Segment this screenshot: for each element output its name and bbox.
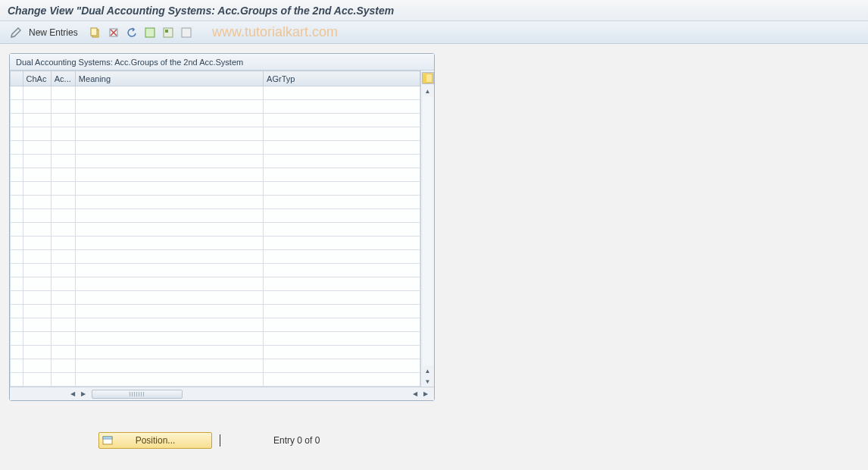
delete-icon[interactable]	[107, 26, 120, 39]
cell-meaning[interactable]	[75, 373, 263, 387]
cell-chac[interactable]	[23, 168, 51, 182]
scroll-left-icon[interactable]: ◀	[67, 389, 78, 400]
cell-chac[interactable]	[23, 141, 51, 155]
cell-ac[interactable]	[51, 209, 75, 223]
cell-chac[interactable]	[23, 223, 51, 237]
row-selector[interactable]	[11, 373, 23, 387]
row-selector[interactable]	[11, 209, 23, 223]
column-header-ac[interactable]: Ac...	[51, 71, 75, 86]
cell-agrtyp[interactable]	[264, 359, 420, 373]
cell-meaning[interactable]	[75, 114, 263, 127]
cell-chac[interactable]	[23, 359, 51, 373]
table-row[interactable]	[11, 359, 420, 373]
cell-agrtyp[interactable]	[264, 196, 420, 209]
cell-chac[interactable]	[23, 318, 51, 332]
row-selector[interactable]	[11, 346, 23, 359]
scroll-up-step-icon[interactable]: ▲	[423, 365, 433, 376]
table-row[interactable]	[11, 114, 420, 127]
cell-ac[interactable]	[51, 332, 75, 346]
cell-meaning[interactable]	[75, 141, 263, 155]
cell-meaning[interactable]	[75, 359, 263, 373]
table-row[interactable]	[11, 86, 420, 100]
cell-chac[interactable]	[23, 250, 51, 264]
scroll-up-icon[interactable]: ▲	[423, 86, 433, 96]
cell-ac[interactable]	[51, 168, 75, 182]
row-selector[interactable]	[11, 332, 23, 346]
cell-agrtyp[interactable]	[264, 114, 420, 127]
cell-meaning[interactable]	[75, 291, 263, 305]
cell-ac[interactable]	[51, 359, 75, 373]
column-header-chac[interactable]: ChAc	[23, 71, 51, 86]
deselect-all-icon[interactable]	[180, 26, 193, 39]
cell-meaning[interactable]	[75, 155, 263, 168]
row-selector[interactable]	[11, 250, 23, 264]
table-row[interactable]	[11, 250, 420, 264]
cell-meaning[interactable]	[75, 86, 263, 100]
column-header-meaning[interactable]: Meaning	[75, 71, 263, 86]
cell-ac[interactable]	[51, 291, 75, 305]
cell-ac[interactable]	[51, 277, 75, 291]
cell-agrtyp[interactable]	[264, 209, 420, 223]
scroll-left-end-icon[interactable]: ◀	[410, 389, 420, 400]
cell-ac[interactable]	[51, 100, 75, 114]
cell-agrtyp[interactable]	[264, 182, 420, 196]
cell-chac[interactable]	[23, 196, 51, 209]
cell-meaning[interactable]	[75, 168, 263, 182]
vertical-scrollbar[interactable]: ▲ ▲ ▼	[420, 70, 434, 387]
cell-ac[interactable]	[51, 114, 75, 127]
row-selector[interactable]	[11, 223, 23, 237]
cell-chac[interactable]	[23, 332, 51, 346]
cell-agrtyp[interactable]	[264, 155, 420, 168]
table-row[interactable]	[11, 127, 420, 141]
table-row[interactable]	[11, 168, 420, 182]
cell-meaning[interactable]	[75, 277, 263, 291]
scroll-down-icon[interactable]: ▼	[423, 376, 433, 387]
cell-chac[interactable]	[23, 182, 51, 196]
cell-ac[interactable]	[51, 346, 75, 359]
cell-agrtyp[interactable]	[264, 100, 420, 114]
table-row[interactable]	[11, 264, 420, 277]
cell-chac[interactable]	[23, 86, 51, 100]
cell-chac[interactable]	[23, 127, 51, 141]
cell-agrtyp[interactable]	[264, 373, 420, 387]
row-selector[interactable]	[11, 359, 23, 373]
table-row[interactable]	[11, 209, 420, 223]
table-row[interactable]	[11, 155, 420, 168]
row-selector[interactable]	[11, 155, 23, 168]
cell-meaning[interactable]	[75, 318, 263, 332]
table-row[interactable]	[11, 277, 420, 291]
cell-ac[interactable]	[51, 223, 75, 237]
cell-ac[interactable]	[51, 237, 75, 250]
cell-meaning[interactable]	[75, 346, 263, 359]
row-selector[interactable]	[11, 196, 23, 209]
cell-ac[interactable]	[51, 250, 75, 264]
cell-ac[interactable]	[51, 182, 75, 196]
row-selector[interactable]	[11, 127, 23, 141]
row-selector[interactable]	[11, 318, 23, 332]
cell-meaning[interactable]	[75, 250, 263, 264]
row-selector[interactable]	[11, 114, 23, 127]
cell-meaning[interactable]	[75, 127, 263, 141]
cell-agrtyp[interactable]	[264, 86, 420, 100]
cell-agrtyp[interactable]	[264, 332, 420, 346]
cell-agrtyp[interactable]	[264, 305, 420, 318]
cell-agrtyp[interactable]	[264, 168, 420, 182]
cell-ac[interactable]	[51, 264, 75, 277]
column-header-agrtyp[interactable]: AGrTyp	[264, 71, 420, 86]
cell-meaning[interactable]	[75, 237, 263, 250]
horizontal-scrollbar[interactable]: ◀ ▶ ◀ ▶	[10, 387, 434, 400]
table-row[interactable]	[11, 141, 420, 155]
row-selector[interactable]	[11, 305, 23, 318]
cell-chac[interactable]	[23, 100, 51, 114]
table-row[interactable]	[11, 237, 420, 250]
row-selector[interactable]	[11, 182, 23, 196]
table-row[interactable]	[11, 346, 420, 359]
table-row[interactable]	[11, 318, 420, 332]
table-row[interactable]	[11, 332, 420, 346]
cell-agrtyp[interactable]	[264, 318, 420, 332]
table-row[interactable]	[11, 196, 420, 209]
cell-chac[interactable]	[23, 209, 51, 223]
new-entries-button[interactable]: New Entries	[27, 27, 84, 38]
cell-agrtyp[interactable]	[264, 127, 420, 141]
cell-agrtyp[interactable]	[264, 291, 420, 305]
